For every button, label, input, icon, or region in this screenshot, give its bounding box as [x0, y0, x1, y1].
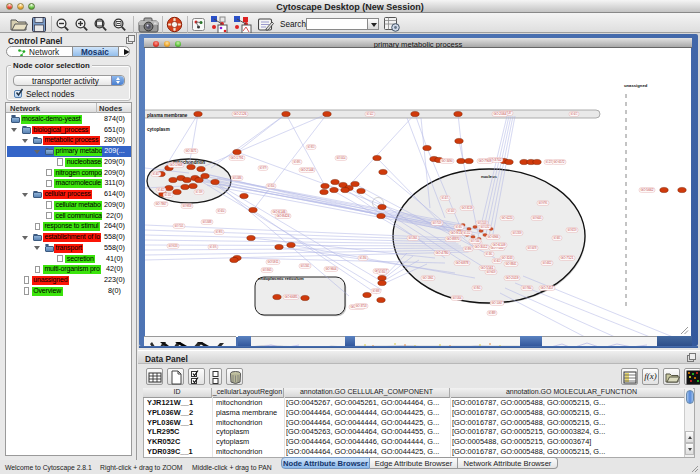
- svg-text:GO:9313: GO:9313: [308, 145, 315, 149]
- svg-text:GO:6685: GO:6685: [285, 295, 298, 299]
- svg-text:GO:5911: GO:5911: [268, 260, 279, 264]
- svg-text:GO:3361: GO:3361: [486, 252, 493, 256]
- svg-text:GO:6991: GO:6991: [294, 160, 301, 164]
- svg-text:GO:1791: GO:1791: [231, 156, 244, 160]
- svg-text:GO:5422: GO:5422: [367, 112, 374, 116]
- svg-text:GO:1003: GO:1003: [448, 209, 455, 213]
- svg-text:GO:7867: GO:7867: [156, 202, 167, 206]
- svg-text:GO:8870: GO:8870: [447, 237, 460, 241]
- svg-text:GO:6613: GO:6613: [494, 259, 501, 263]
- svg-text:GO:8104: GO:8104: [268, 184, 275, 188]
- svg-text:GO:9791: GO:9791: [539, 201, 548, 205]
- svg-text:GO:1976: GO:1976: [210, 245, 217, 249]
- svg-text:GO:5304: GO:5304: [453, 296, 462, 300]
- svg-text:GO:9858: GO:9858: [183, 204, 192, 208]
- svg-text:cytoplasm: cytoplasm: [147, 127, 170, 132]
- svg-text:GO:3119: GO:3119: [462, 206, 473, 210]
- svg-text:GO:2801: GO:2801: [409, 236, 418, 240]
- svg-text:GO:4780: GO:4780: [436, 251, 449, 255]
- svg-text:GO:7519: GO:7519: [433, 221, 442, 225]
- svg-text:GO:3945: GO:3945: [263, 268, 272, 272]
- svg-text:GO:9779: GO:9779: [260, 166, 267, 170]
- svg-text:GO:7521: GO:7521: [561, 256, 574, 260]
- svg-text:GO:6072: GO:6072: [571, 112, 578, 116]
- svg-text:GO:2064: GO:2064: [494, 112, 507, 116]
- svg-text:GO:3471: GO:3471: [186, 149, 197, 153]
- svg-text:GO:6220: GO:6220: [502, 216, 513, 220]
- svg-text:GO:1968: GO:1968: [170, 163, 183, 167]
- svg-text:GO:9459: GO:9459: [487, 270, 496, 274]
- svg-text:GO:8945: GO:8945: [474, 286, 481, 290]
- svg-text:GO:9088: GO:9088: [373, 289, 380, 293]
- svg-text:GO:6966: GO:6966: [488, 235, 499, 239]
- svg-text:GO:8481: GO:8481: [554, 236, 561, 240]
- svg-text:GO:2019: GO:2019: [506, 276, 519, 280]
- svg-text:GO:2271: GO:2271: [546, 160, 553, 164]
- svg-text:GO:4622: GO:4622: [158, 188, 165, 192]
- svg-text:GO:4822: GO:4822: [543, 261, 552, 265]
- svg-text:GO:7101: GO:7101: [175, 224, 184, 228]
- svg-text:GO:1861: GO:1861: [423, 276, 434, 280]
- svg-text:GO:2934: GO:2934: [360, 256, 367, 260]
- svg-text:GO:8889: GO:8889: [489, 311, 496, 315]
- svg-text:GO:6572: GO:6572: [554, 160, 565, 164]
- svg-text:GO:7164: GO:7164: [471, 239, 480, 243]
- svg-text:GO:2688: GO:2688: [203, 220, 212, 224]
- svg-text:GO:9445: GO:9445: [533, 216, 542, 220]
- svg-text:GO:3012: GO:3012: [475, 245, 488, 249]
- svg-text:GO:4575: GO:4575: [442, 196, 449, 200]
- svg-text:GO:2152: GO:2152: [464, 231, 471, 235]
- svg-text:GO:8564: GO:8564: [379, 270, 386, 274]
- svg-text:GO:7457: GO:7457: [541, 286, 554, 290]
- svg-text:GO:1614: GO:1614: [337, 156, 346, 160]
- svg-text:GO:8841: GO:8841: [506, 262, 517, 266]
- svg-text:GO:7909: GO:7909: [479, 159, 492, 163]
- svg-text:GO:9133: GO:9133: [169, 244, 178, 248]
- svg-text:GO:2126: GO:2126: [234, 112, 247, 116]
- svg-text:GO:9974: GO:9974: [216, 230, 223, 234]
- svg-text:GO:2359: GO:2359: [513, 231, 522, 235]
- svg-text:GO:2144: GO:2144: [301, 168, 314, 172]
- svg-text:endoplasmic reticulum: endoplasmic reticulum: [258, 276, 304, 281]
- svg-text:GO:4657: GO:4657: [153, 172, 160, 176]
- svg-text:GO:6054: GO:6054: [218, 209, 225, 213]
- svg-text:GO:3753: GO:3753: [356, 304, 367, 308]
- svg-text:GO:6957: GO:6957: [456, 225, 463, 229]
- svg-text:GO:6109: GO:6109: [493, 243, 506, 247]
- svg-text:unassigned: unassigned: [624, 83, 648, 88]
- svg-text:GO:5132: GO:5132: [481, 225, 490, 229]
- svg-text:plasma membrane: plasma membrane: [147, 113, 188, 118]
- svg-text:GO:7499: GO:7499: [196, 190, 203, 194]
- svg-text:GO:3490: GO:3490: [442, 159, 453, 163]
- svg-text:GO:8424: GO:8424: [277, 214, 290, 218]
- svg-text:GO:8996: GO:8996: [465, 247, 472, 251]
- svg-text:GO:3181: GO:3181: [165, 193, 172, 197]
- svg-text:GO:1067: GO:1067: [492, 301, 503, 305]
- svg-text:GO:6878: GO:6878: [456, 261, 469, 265]
- svg-text:GO:8219: GO:8219: [568, 228, 577, 232]
- svg-text:GO:3478: GO:3478: [528, 246, 537, 250]
- svg-text:GO:5662: GO:5662: [641, 188, 654, 192]
- svg-text:GO:7864: GO:7864: [523, 286, 532, 290]
- svg-text:GO:2341: GO:2341: [301, 264, 310, 268]
- svg-text:GO:2486: GO:2486: [233, 176, 242, 180]
- svg-text:GO:3243: GO:3243: [502, 256, 513, 260]
- svg-text:GO:9604: GO:9604: [326, 267, 337, 271]
